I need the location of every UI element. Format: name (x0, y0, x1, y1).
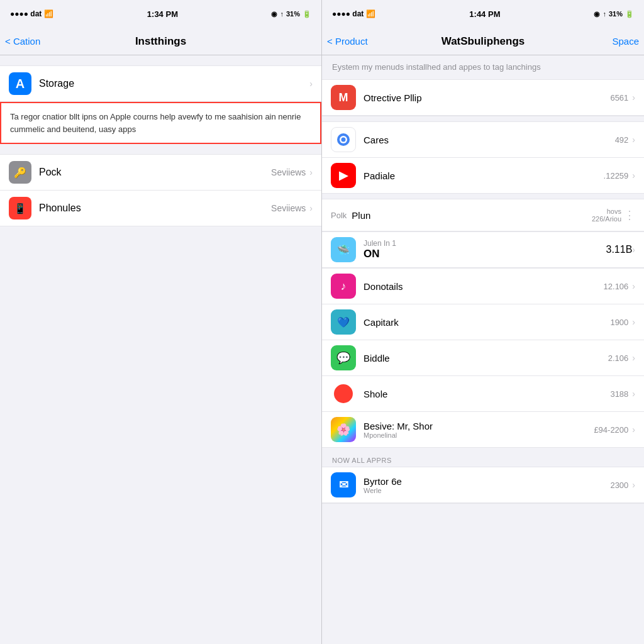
remaining-apps: ♪ Donotails 12.106 › 💙 Capitark 1900 › 💬 (322, 268, 644, 448)
pock-item[interactable]: 🔑 Pock Seviiews › (0, 154, 321, 191)
now-all-apps-label: NOW ALL APPRS (322, 448, 644, 467)
biddle-icon: 💬 (331, 345, 356, 370)
battery-icon-right: 🔋 (625, 10, 634, 18)
biddle-size: 2.106 (608, 353, 629, 363)
padiale-chevron: › (632, 170, 635, 180)
donotails-chevron: › (632, 281, 635, 291)
app-item-byrtor[interactable]: ✉ Byrtor 6e Werle 2300 › (322, 467, 644, 503)
back-button-right[interactable]: < Product (327, 36, 368, 47)
battery-icon-left: 🔋 (303, 10, 311, 18)
phonules-icon: 📱 (9, 197, 31, 219)
app-item-biddle[interactable]: 💬 Biddle 2.106 › (322, 340, 644, 376)
gmail-icon: M (331, 85, 356, 110)
storage-section: A Storage › Ta regor cnatior bllt ipns o… (0, 65, 321, 144)
besive-size: £94-2200 (594, 425, 628, 435)
capitark-info: Capitark (364, 317, 610, 328)
chrome-section: Cares 492 › ▶ Padiale .12259 › (322, 121, 644, 194)
shole-size: 3188 (610, 389, 628, 399)
bottom-apps-section: ✉ Byrtor 6e Werle 2300 › (322, 467, 644, 504)
pock-label: Pock (39, 167, 271, 178)
biddle-name: Biddle (364, 353, 608, 364)
byrtor-info: Byrtor 6e Werle (364, 476, 610, 494)
nav-title-left: Instthings (135, 35, 186, 48)
battery-pct-right: 31% (609, 10, 623, 18)
pock-meta: Seviiews (271, 167, 306, 177)
polk-label: Polk (331, 211, 347, 220)
action-button-right[interactable]: Space (612, 36, 639, 47)
besive-subtitle: Mponelinal (364, 431, 594, 439)
donotails-icon: ♪ (331, 274, 356, 299)
padiale-size: .12259 (604, 171, 629, 180)
byrtor-size: 2300 (610, 480, 628, 490)
app-item-gmail[interactable]: M Otrective Pllip 6561 › (322, 80, 644, 116)
julen-item[interactable]: 🛸 Julen In 1 ON 3.11B › (322, 231, 644, 268)
back-button-left[interactable]: < Cation (5, 36, 40, 47)
gmail-name: Otrective Pllip (364, 92, 610, 103)
battery-pct-left: 31% (286, 10, 300, 18)
biddle-chevron: › (632, 353, 635, 363)
shole-info: Shole (364, 389, 610, 399)
carrier-info: ●●●● dat 📶 (10, 9, 53, 18)
battery-info-left: ◉ ↑ 31% 🔋 (271, 10, 311, 18)
byrtor-chevron: › (632, 480, 635, 490)
besive-info: Besive: Mr, Shor Mponelinal (364, 421, 594, 439)
polk-meta: hovs 226/Ariou (592, 208, 621, 223)
pock-icon: 🔑 (9, 161, 31, 184)
app-item-padiale[interactable]: ▶ Padiale .12259 › (322, 158, 644, 194)
cares-info: Cares (364, 135, 615, 145)
polk-item[interactable]: Polk Plun hovs 226/Ariou ⋮ (322, 199, 644, 231)
gmail-info: Otrective Pllip (364, 92, 610, 103)
time-left: 1:34 PM (147, 9, 178, 19)
phonules-item[interactable]: 📱 Phonules Seviiews › (0, 191, 321, 226)
julen-subtitle: ON (364, 248, 606, 260)
besive-name: Besive: Mr, Shor (364, 421, 594, 431)
julen-chevron: › (632, 245, 635, 255)
julen-size: 3.11B (606, 244, 633, 255)
phonules-label: Phonules (39, 203, 271, 214)
julen-icon: 🛸 (331, 237, 356, 262)
cares-chevron: › (632, 135, 635, 145)
status-bar-right: ●●●● dat 📶 1:44 PM ◉ ↑ 31% 🔋 (322, 0, 644, 28)
gmail-chevron: › (632, 92, 635, 103)
wifi-icon-right: 📶 (366, 9, 375, 18)
apps-section-left: 🔑 Pock Seviiews › 📱 Phonules Seviiews › (0, 154, 321, 226)
storage-item[interactable]: A Storage › (0, 65, 321, 102)
padiale-info: Padiale (364, 170, 604, 181)
right-panel: ●●●● dat 📶 1:44 PM ◉ ↑ 31% 🔋 < Product W… (322, 0, 644, 644)
carrier-text: ●●●● dat (10, 9, 42, 18)
signal-icon-right: ↑ (602, 10, 606, 18)
capitark-chevron: › (632, 317, 635, 327)
phonules-chevron: › (309, 203, 313, 213)
donotails-name: Donotails (364, 281, 604, 292)
wifi-icon: 📶 (44, 9, 53, 18)
polk-name: Plun (352, 210, 592, 221)
byrtor-subtitle: Werle (364, 487, 610, 494)
status-bar-left: ●●●● dat 📶 1:34 PM ◉ ↑ 31% 🔋 (0, 0, 321, 28)
app-item-besive[interactable]: 🌸 Besive: Mr, Shor Mponelinal £94-2200 › (322, 412, 644, 448)
time-right: 1:44 PM (469, 9, 500, 19)
cares-name: Cares (364, 135, 615, 145)
storage-icon: A (9, 72, 31, 95)
besive-icon: 🌸 (331, 417, 356, 442)
app-item-cares[interactable]: Cares 492 › (322, 122, 644, 158)
pock-chevron: › (309, 167, 313, 177)
battery-info-right: ◉ ↑ 31% 🔋 (594, 10, 634, 18)
storage-label: Storage (39, 78, 309, 89)
cares-icon (331, 127, 356, 152)
location-icon-right: ◉ (594, 10, 600, 18)
biddle-info: Biddle (364, 353, 608, 364)
gmail-size: 6561 (610, 93, 628, 103)
app-item-capitark[interactable]: 💙 Capitark 1900 › (322, 304, 644, 340)
nav-title-right: WatSbuliphengs (441, 35, 525, 48)
storage-chevron: › (309, 79, 313, 89)
donotails-info: Donotails (364, 281, 604, 292)
app-item-shole[interactable]: Shole 3188 › (322, 376, 644, 412)
julen-info: Julen In 1 ON (364, 239, 606, 260)
app-item-donotails[interactable]: ♪ Donotails 12.106 › (322, 269, 644, 304)
donotails-size: 12.106 (604, 282, 629, 291)
dots-icon: ⋮ (624, 208, 635, 222)
signal-icon-left: ↑ (280, 10, 284, 18)
capitark-name: Capitark (364, 317, 610, 328)
svg-point-2 (341, 138, 346, 142)
shole-icon (331, 381, 356, 406)
